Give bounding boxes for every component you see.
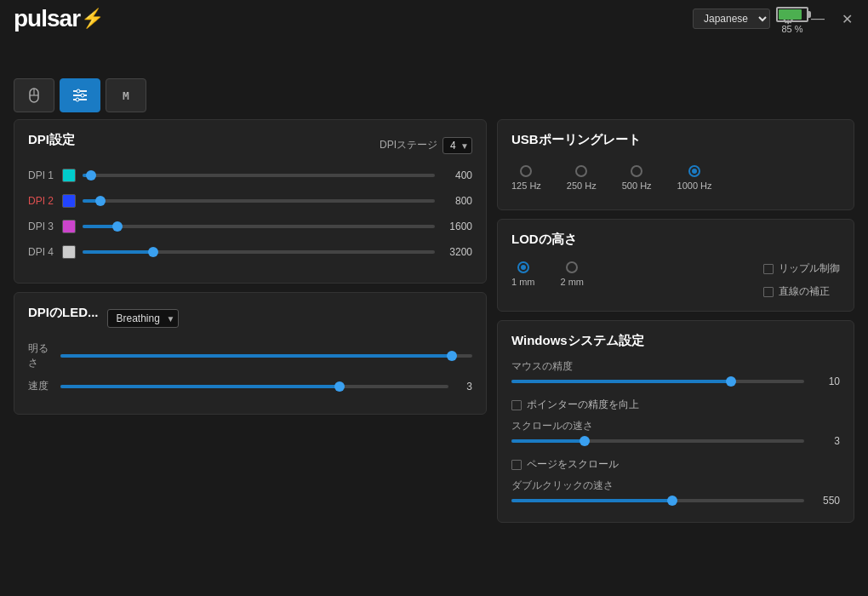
ripple-checkbox-row[interactable]: リップル制御 — [763, 261, 840, 276]
dpi-2-slider[interactable] — [83, 199, 435, 203]
svg-point-6 — [77, 89, 80, 93]
double-click-group: ダブルクリックの速さ 550 — [511, 479, 840, 510]
dpi-3-label: DPI 3 — [28, 221, 55, 232]
lod-2mm[interactable]: 2 mm — [561, 261, 585, 299]
dpi-header: DPI設定 DPIステージ 41235 ▼ — [28, 132, 472, 158]
double-click-value: 550 — [809, 495, 840, 507]
windows-section: Windowsシステム設定 マウスの精度 10 ポ — [497, 320, 854, 523]
page-scroll-label: ページをスクロール — [527, 457, 619, 472]
close-icon[interactable]: ✕ — [837, 8, 858, 31]
lod-checkboxes: リップル制御 直線の補正 — [763, 261, 840, 299]
dpi-4-label: DPI 4 — [28, 246, 55, 258]
led-title: DPIのLED... — [28, 305, 99, 321]
polling-250hz[interactable]: 250 Hz — [567, 165, 597, 191]
logo-text: pulsar — [14, 5, 80, 32]
led-brightness-row: 明るさ — [28, 341, 472, 370]
lod-spacer — [601, 258, 746, 299]
dpi-row-3: DPI 3 1600 — [28, 220, 472, 233]
linear-label: 直線の補正 — [779, 284, 830, 299]
usb-title: USBポーリングレート — [511, 132, 840, 148]
polling-500hz-label: 500 Hz — [622, 181, 652, 191]
battery-area: 85 % — [776, 7, 808, 34]
dpi-row-4: DPI 4 3200 — [28, 245, 472, 259]
pointer-accuracy-row[interactable]: ポインターの精度を向上 — [511, 398, 840, 412]
mouse-precision-slider[interactable] — [511, 380, 804, 383]
polling-125hz-label: 125 Hz — [511, 181, 541, 191]
dpi-1-color[interactable] — [62, 169, 76, 182]
lod-section: LODの高さ 1 mm 2 mm リップル制御 — [497, 219, 854, 312]
windows-title: Windowsシステム設定 — [511, 333, 840, 349]
dpi-3-value: 1600 — [442, 221, 472, 232]
polling-250hz-radio[interactable] — [575, 165, 587, 177]
dpi-row-1: DPI 1 400 — [28, 169, 472, 182]
lod-1mm-label: 1 mm — [511, 277, 535, 287]
polling-500hz-radio[interactable] — [631, 165, 642, 177]
lod-2mm-radio[interactable] — [566, 261, 578, 273]
led-mode-select[interactable]: Breathing Static Rainbow Off — [107, 309, 179, 328]
logo: pulsar⚡ — [14, 0, 104, 37]
polling-125hz-radio[interactable] — [520, 165, 532, 177]
dpi-2-label: DPI 2 — [28, 195, 55, 207]
dpi-1-value: 400 — [442, 169, 472, 181]
tab-macro[interactable]: M — [106, 78, 146, 112]
led-speed-label: 速度 — [28, 379, 54, 393]
left-panel: DPI設定 DPIステージ 41235 ▼ DPI 1 — [14, 119, 487, 579]
lod-1mm[interactable]: 1 mm — [511, 261, 535, 299]
led-mode-select-wrapper[interactable]: Breathing Static Rainbow Off ▼ — [107, 309, 179, 328]
led-brightness-slider[interactable] — [60, 354, 472, 358]
linear-checkbox[interactable] — [763, 287, 774, 297]
right-panel: USBポーリングレート 125 Hz 250 Hz 500 Hz 1000 Hz — [497, 119, 854, 579]
scroll-speed-label: スクロールの速さ — [511, 419, 840, 433]
lod-options: 1 mm 2 mm — [511, 261, 584, 299]
led-speed-value: 3 — [455, 381, 472, 393]
ripple-label: リップル制御 — [779, 261, 840, 276]
double-click-slider[interactable] — [511, 499, 804, 502]
pointer-accuracy-label: ポインターの精度を向上 — [527, 398, 639, 412]
pointer-accuracy-checkbox[interactable] — [511, 400, 522, 410]
titlebar: Japanese English ⚙ — ✕ — [0, 0, 868, 37]
dpi-row-2: DPI 2 800 — [28, 194, 472, 208]
page-scroll-row[interactable]: ページをスクロール — [511, 457, 840, 472]
svg-point-7 — [81, 94, 84, 97]
battery-icon — [776, 7, 808, 22]
scroll-speed-slider[interactable] — [511, 439, 804, 443]
polling-500hz[interactable]: 500 Hz — [622, 165, 652, 191]
lod-main: 1 mm 2 mm リップル制御 直線の補正 — [511, 258, 840, 299]
scroll-speed-group: スクロールの速さ 3 — [511, 419, 840, 450]
dpi-2-value: 800 — [442, 195, 472, 207]
dpi-3-color[interactable] — [62, 220, 76, 233]
scroll-speed-value: 3 — [809, 435, 840, 447]
language-select[interactable]: Japanese English — [693, 9, 770, 29]
battery-percent: 85 % — [781, 24, 802, 34]
dpi-title: DPI設定 — [28, 132, 75, 148]
tab-settings[interactable] — [60, 78, 100, 112]
polling-125hz[interactable]: 125 Hz — [511, 165, 541, 191]
tabbar: M — [0, 72, 868, 119]
dpi-section: DPI設定 DPIステージ 41235 ▼ DPI 1 — [14, 119, 487, 284]
page-scroll-checkbox[interactable] — [511, 460, 522, 470]
led-speed-row: 速度 3 — [28, 379, 472, 393]
polling-1000hz[interactable]: 1000 Hz — [677, 165, 712, 191]
dpi-3-slider[interactable] — [83, 225, 435, 228]
lod-title: LODの高さ — [511, 232, 840, 248]
polling-1000hz-radio[interactable] — [688, 165, 700, 177]
double-click-slider-row: 550 — [511, 495, 840, 507]
dpi-stage-select[interactable]: 41235 — [443, 137, 472, 154]
battery-bar — [779, 9, 802, 20]
dpi-4-color[interactable] — [62, 245, 76, 259]
lod-1mm-radio[interactable] — [517, 261, 529, 273]
usb-section: USBポーリングレート 125 Hz 250 Hz 500 Hz 1000 Hz — [497, 119, 854, 210]
dpi-4-slider[interactable] — [83, 250, 435, 254]
scroll-speed-slider-row: 3 — [511, 435, 840, 447]
win-settings: マウスの精度 10 ポインターの精度を向上 ス — [511, 359, 840, 510]
linear-checkbox-row[interactable]: 直線の補正 — [763, 284, 840, 299]
dpi-2-color[interactable] — [62, 194, 76, 208]
mouse-precision-slider-row: 10 — [511, 375, 840, 387]
tab-mouse[interactable] — [14, 78, 54, 112]
led-brightness-label: 明るさ — [28, 341, 54, 370]
led-header: DPIのLED... Breathing Static Rainbow Off … — [28, 305, 472, 331]
dpi-stage-select-wrapper[interactable]: 41235 ▼ — [443, 137, 472, 154]
ripple-checkbox[interactable] — [763, 264, 774, 274]
led-speed-slider[interactable] — [60, 385, 448, 388]
dpi-1-slider[interactable] — [83, 174, 435, 177]
